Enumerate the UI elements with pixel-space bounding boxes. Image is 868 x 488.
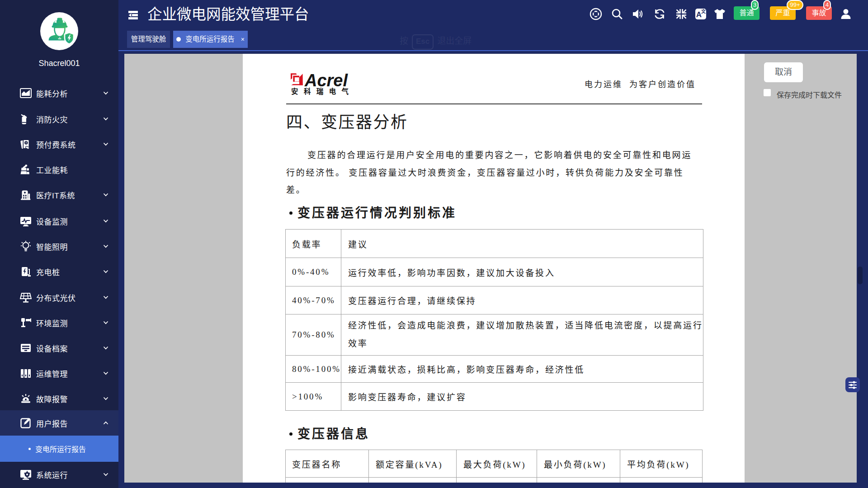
svg-text:文: 文 [701, 9, 706, 14]
